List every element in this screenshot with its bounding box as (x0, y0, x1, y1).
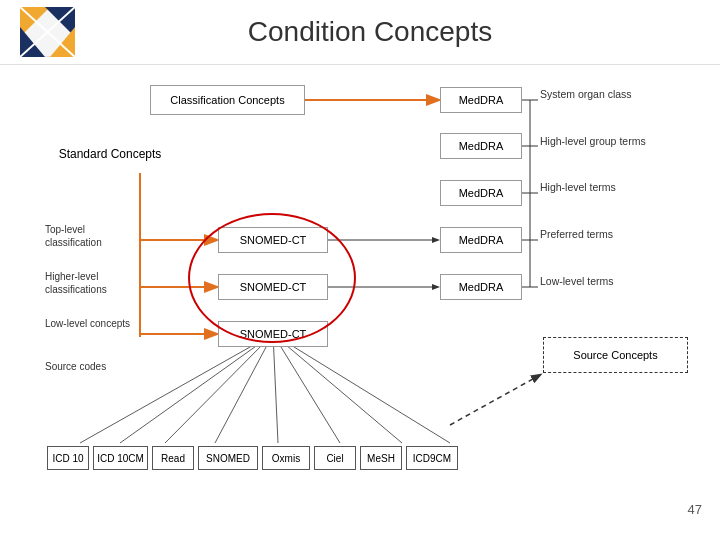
header: Condition Concepts (0, 0, 720, 65)
system-label-4: Preferred terms (540, 228, 613, 240)
level-label-3: Low-level concepts (45, 317, 135, 330)
meddra-box-4: MedDRA (440, 227, 522, 253)
src-box-ciel: Ciel (314, 446, 356, 470)
src-box-icd10: ICD 10 (47, 446, 89, 470)
meddra-box-3: MedDRA (440, 180, 522, 206)
classification-concepts-label: Classification Concepts (170, 94, 284, 106)
snomed-box-2: SNOMED-CT (218, 274, 328, 300)
page-title: Condition Concepts (95, 16, 645, 48)
system-label-5: Low-level terms (540, 275, 614, 287)
system-label-2: High-level group terms (540, 135, 646, 147)
src-box-oxmis: Oxmis (262, 446, 310, 470)
standard-concepts-box: Standard Concepts (45, 135, 175, 173)
src-box-icd10cm: ICD 10CM (93, 446, 148, 470)
src-box-mesh: MeSH (360, 446, 402, 470)
snomed-label-2: SNOMED-CT (240, 281, 307, 293)
snomed-box-3: SNOMED-CT (218, 321, 328, 347)
level-label-2: Higher-level classifications (45, 270, 135, 296)
source-codes-label: Source codes (45, 360, 135, 373)
meddra-box-2: MedDRA (440, 133, 522, 159)
svg-line-21 (273, 334, 450, 443)
classification-concepts-box: Classification Concepts (150, 85, 305, 115)
system-label-1: System organ class (540, 88, 632, 100)
src-box-snomed: SNOMED (198, 446, 258, 470)
meddra-label-4: MedDRA (459, 234, 504, 246)
snomed-label-1: SNOMED-CT (240, 234, 307, 246)
svg-line-15 (120, 334, 273, 443)
src-box-read: Read (152, 446, 194, 470)
svg-line-16 (165, 334, 273, 443)
level-label-1: Top-level classification (45, 223, 135, 249)
source-concepts-label: Source Concepts (573, 349, 657, 361)
snomed-box-1: SNOMED-CT (218, 227, 328, 253)
page-number: 47 (688, 502, 702, 517)
meddra-label-2: MedDRA (459, 140, 504, 152)
source-concepts-box: Source Concepts (543, 337, 688, 373)
svg-line-17 (215, 334, 273, 443)
meddra-box-5: MedDRA (440, 274, 522, 300)
logo-icon (20, 7, 75, 57)
svg-line-18 (273, 334, 278, 443)
system-label-3: High-level terms (540, 181, 616, 193)
svg-line-20 (273, 334, 402, 443)
svg-line-14 (80, 334, 273, 443)
meddra-label-1: MedDRA (459, 94, 504, 106)
meddra-box-1: MedDRA (440, 87, 522, 113)
svg-line-19 (273, 334, 340, 443)
meddra-label-3: MedDRA (459, 187, 504, 199)
snomed-label-3: SNOMED-CT (240, 328, 307, 340)
diagram-area: Classification Concepts Standard Concept… (0, 65, 720, 525)
src-box-icd9cm: ICD9CM (406, 446, 458, 470)
svg-line-22 (450, 375, 540, 425)
meddra-label-5: MedDRA (459, 281, 504, 293)
standard-concepts-label: Standard Concepts (59, 147, 162, 161)
